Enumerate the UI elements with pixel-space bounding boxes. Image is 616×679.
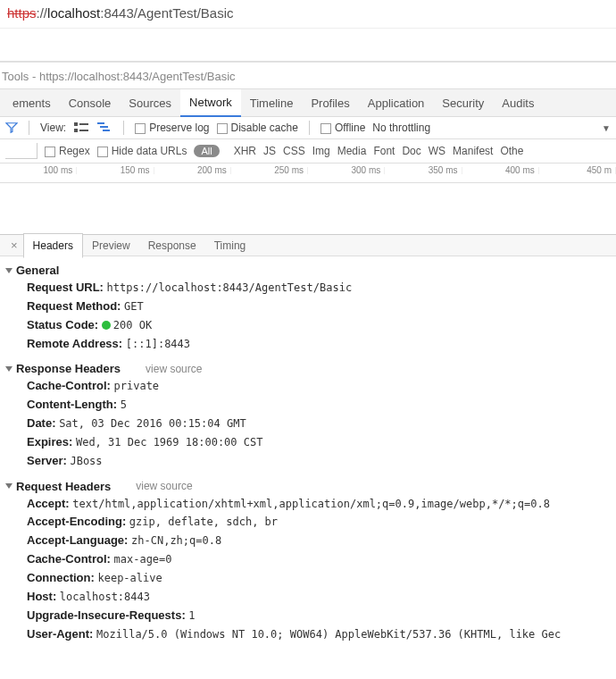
offline-label: Offline [335, 122, 365, 134]
section-title-general: General [16, 264, 59, 277]
request-header-row: Accept: text/html,application/xhtml+xml,… [5, 495, 616, 514]
large-rows-icon[interactable] [73, 121, 89, 135]
section-title-request-headers: Request Headers [16, 480, 111, 493]
request-header-row: Cache-Control: max-age=0 [5, 550, 616, 569]
preserve-log-checkbox[interactable]: Preserve log [135, 122, 209, 134]
filter-type-font[interactable]: Font [373, 145, 395, 157]
view-source-link[interactable]: view source [136, 480, 192, 492]
network-toolbar: View: Preserve log Disable cache Offline… [0, 117, 616, 139]
filter-icon[interactable] [5, 122, 18, 134]
request-header-row: Accept-Language: zh-CN,zh;q=0.8 [5, 532, 616, 550]
timeline-tick: 100 ms [0, 167, 77, 174]
filter-type-media[interactable]: Media [337, 145, 367, 157]
timeline-tick: 350 ms [385, 167, 462, 174]
close-icon[interactable]: × [5, 235, 23, 256]
response-header-row: Date: Sat, 03 Dec 2016 00:15:04 GMT [5, 415, 616, 433]
svg-rect-6 [103, 130, 110, 131]
hide-data-urls-checkbox[interactable]: Hide data URLs [97, 145, 187, 157]
throttling-dropdown-icon[interactable]: ▼ [602, 123, 611, 133]
waterfall-icon[interactable] [96, 121, 112, 135]
timeline-tick: 450 m [539, 167, 616, 174]
general-request-method: Request Method: GET [5, 298, 616, 316]
view-label: View: [40, 122, 66, 134]
tab-timeline[interactable]: Timeline [241, 90, 303, 116]
disclosure-triangle-icon [5, 366, 12, 372]
tab-ements[interactable]: ements [4, 90, 60, 116]
filter-type-img[interactable]: Img [312, 145, 330, 157]
tab-profiles[interactable]: Profiles [302, 90, 358, 116]
general-request-url: Request URL: https://localhost:8443/Agen… [5, 279, 616, 298]
url-host: localhost [47, 5, 100, 21]
tab-audits[interactable]: Audits [493, 90, 543, 116]
filter-type-xhr[interactable]: XHR [234, 145, 256, 157]
response-header-row: Content-Length: 5 [5, 396, 616, 415]
devtools-window-title: Tools - https://localhost:8443/AgentTest… [0, 63, 616, 89]
url-path: :8443/AgentTest/Basic [100, 5, 233, 21]
svg-rect-0 [74, 122, 78, 126]
request-tab-preview[interactable]: Preview [83, 234, 139, 257]
filter-type-ws[interactable]: WS [429, 145, 445, 157]
preserve-log-label: Preserve log [149, 122, 209, 134]
request-header-row: Accept-Encoding: gzip, deflate, sdch, br [5, 513, 616, 532]
view-source-link[interactable]: view source [146, 363, 202, 375]
svg-rect-4 [97, 122, 104, 124]
throttling-select[interactable]: No throttling [372, 122, 430, 134]
section-response-headers[interactable]: Response Headers view source [5, 358, 616, 377]
request-header-row: Upgrade-Insecure-Requests: 1 [5, 607, 616, 625]
response-header-row: Server: JBoss [5, 452, 616, 471]
devtools-panel-tabs: ementsConsoleSourcesNetworkTimelineProfi… [0, 89, 616, 117]
request-header-row: Host: localhost:8443 [5, 588, 616, 607]
svg-rect-1 [79, 123, 88, 125]
tab-security[interactable]: Security [433, 90, 493, 116]
browser-chrome-spacer [0, 29, 616, 63]
tab-application[interactable]: Application [359, 90, 434, 116]
toolbar-separator [123, 121, 124, 135]
timeline-tick: 300 ms [308, 167, 385, 174]
filter-text-input[interactable] [5, 143, 37, 159]
response-header-row: Cache-Control: private [5, 377, 616, 396]
filter-type-manifest[interactable]: Manifest [453, 145, 493, 157]
disclosure-triangle-icon [5, 483, 12, 489]
tab-network[interactable]: Network [180, 89, 241, 117]
headers-panel: General Request URL: https://localhost:8… [0, 256, 616, 652]
disable-cache-label: Disable cache [231, 122, 298, 134]
timeline-tick: 200 ms [154, 167, 231, 174]
hide-data-urls-label: Hide data URLs [112, 145, 187, 157]
filter-type-all[interactable]: All [194, 145, 219, 157]
disable-cache-checkbox[interactable]: Disable cache [217, 122, 298, 134]
section-request-headers[interactable]: Request Headers view source [5, 476, 616, 495]
timeline-tick: 400 ms [462, 167, 539, 174]
svg-rect-3 [79, 130, 88, 131]
request-tab-timing[interactable]: Timing [205, 234, 255, 257]
regex-checkbox[interactable]: Regex [45, 145, 90, 157]
section-general[interactable]: General [5, 260, 616, 279]
address-bar[interactable]: https://localhost:8443/AgentTest/Basic [0, 0, 616, 29]
request-header-row: User-Agent: Mozilla/5.0 (Windows NT 10.0… [5, 625, 616, 644]
filter-type-js[interactable]: JS [263, 145, 276, 157]
disclosure-triangle-icon [5, 268, 12, 273]
general-remote-address: Remote Address: [::1]:8443 [5, 335, 616, 354]
offline-checkbox[interactable]: Offline [320, 122, 365, 134]
timeline-tick: 150 ms [77, 167, 154, 174]
response-header-row: Expires: Wed, 31 Dec 1969 18:00:00 CST [5, 433, 616, 452]
timeline-overview[interactable] [0, 183, 616, 235]
timeline-ruler: 100 ms150 ms200 ms250 ms300 ms350 ms400 … [0, 163, 616, 183]
tab-sources[interactable]: Sources [120, 90, 180, 116]
filter-type-css[interactable]: CSS [283, 145, 305, 157]
request-tab-response[interactable]: Response [139, 234, 205, 257]
request-tab-headers[interactable]: Headers [23, 233, 83, 258]
network-filter-row: Regex Hide data URLs All XHRJSCSSImgMedi… [0, 139, 616, 163]
section-title-response-headers: Response Headers [16, 362, 121, 375]
request-header-row: Connection: keep-alive [5, 569, 616, 588]
svg-rect-5 [100, 126, 108, 128]
url-sep: :// [37, 5, 48, 21]
tab-console[interactable]: Console [60, 90, 121, 116]
toolbar-separator [309, 121, 310, 135]
status-ok-icon [102, 321, 111, 330]
filter-type-doc[interactable]: Doc [402, 145, 420, 157]
timeline-tick: 250 ms [231, 167, 308, 174]
filter-type-othe[interactable]: Othe [500, 145, 523, 157]
general-status-code: Status Code: 200 OK [5, 316, 616, 335]
regex-label: Regex [59, 145, 90, 157]
request-detail-tabs: × HeadersPreviewResponseTiming [0, 235, 616, 256]
